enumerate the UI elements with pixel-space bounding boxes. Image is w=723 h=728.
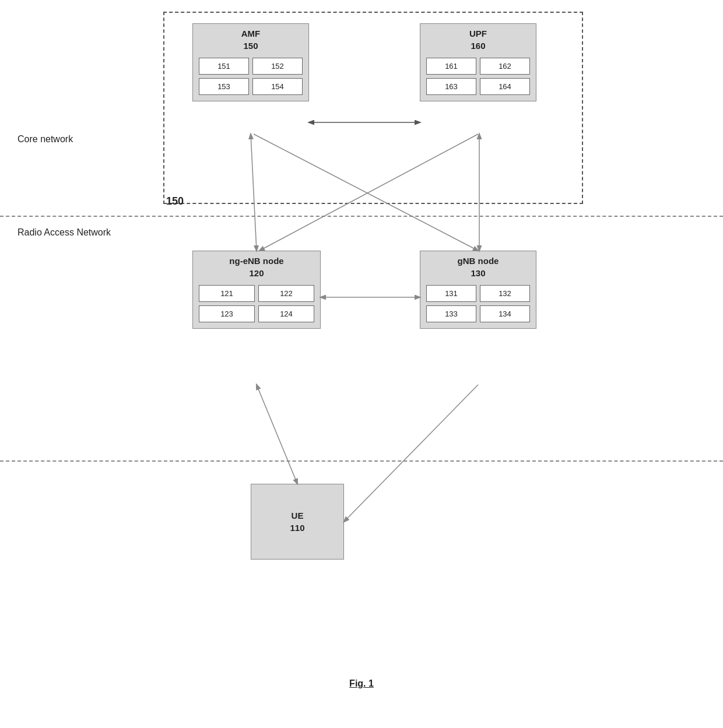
fig-label: Fig. 1 <box>349 678 374 689</box>
sub-box-162: 162 <box>480 58 530 75</box>
gnb-title: gNB node <box>420 251 536 268</box>
ng-enb-node: ng-eNB node 120 121 122 123 124 <box>192 251 321 329</box>
sub-box-163: 163 <box>426 78 476 95</box>
diagram: 150 Core network Radio Access Network AM… <box>0 0 723 699</box>
ue-separator <box>0 460 723 462</box>
sub-box-131: 131 <box>426 285 476 302</box>
amf-sub-boxes: 151 152 153 154 <box>193 55 308 101</box>
label-140: 150 <box>166 195 184 208</box>
ran-label: Radio Access Network <box>17 227 111 238</box>
ng-enb-title: ng-eNB node <box>193 251 320 268</box>
ng-enb-number: 120 <box>193 268 320 283</box>
ue-number: 110 <box>290 523 304 537</box>
gnb-node: gNB node 130 131 132 133 134 <box>420 251 536 329</box>
sub-box-124: 124 <box>258 305 314 322</box>
gnb-sub-boxes: 131 132 133 134 <box>420 283 536 328</box>
sub-box-134: 134 <box>480 305 530 322</box>
amf-title: AMF <box>193 24 308 41</box>
svg-line-10 <box>257 385 297 484</box>
core-network-label: Core network <box>17 134 73 145</box>
sub-box-151: 151 <box>199 58 249 75</box>
amf-number: 150 <box>193 41 308 55</box>
upf-sub-boxes: 161 162 163 164 <box>420 55 536 101</box>
sub-box-164: 164 <box>480 78 530 95</box>
svg-line-11 <box>344 385 478 522</box>
sub-box-153: 153 <box>199 78 249 95</box>
sub-box-122: 122 <box>258 285 314 302</box>
ng-enb-sub-boxes: 121 122 123 124 <box>193 283 320 328</box>
sub-box-161: 161 <box>426 58 476 75</box>
sub-box-123: 123 <box>199 305 255 322</box>
gnb-number: 130 <box>420 268 536 283</box>
sub-box-132: 132 <box>480 285 530 302</box>
sub-box-133: 133 <box>426 305 476 322</box>
upf-title: UPF <box>420 24 536 41</box>
sub-box-154: 154 <box>252 78 303 95</box>
ue-node: UE 110 <box>251 484 344 560</box>
amf-node: AMF 150 151 152 153 154 <box>192 23 309 101</box>
ran-separator <box>0 216 723 217</box>
ue-title: UE <box>289 506 306 523</box>
sub-box-121: 121 <box>199 285 255 302</box>
upf-node: UPF 160 161 162 163 164 <box>420 23 536 101</box>
upf-number: 160 <box>420 41 536 55</box>
sub-box-152: 152 <box>252 58 303 75</box>
